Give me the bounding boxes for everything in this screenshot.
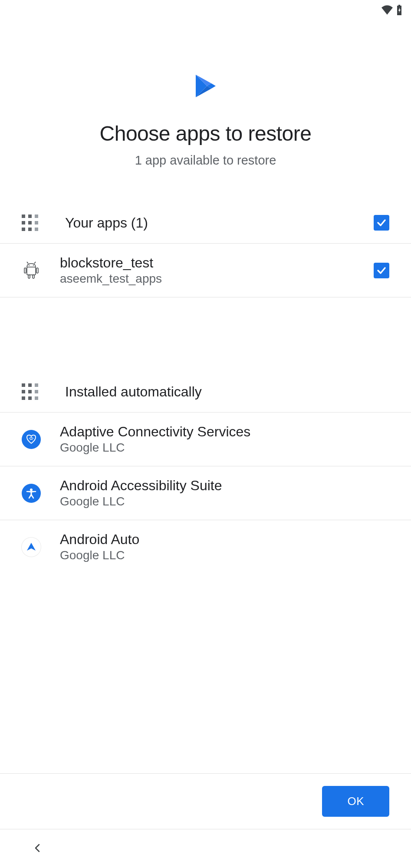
svg-rect-22: [28, 390, 32, 393]
battery-icon: [396, 5, 402, 17]
svg-line-10: [27, 262, 28, 264]
svg-rect-20: [35, 383, 38, 387]
wifi-icon: [381, 5, 393, 17]
app-publisher: aseemk_test_apps: [60, 272, 374, 286]
svg-rect-19: [28, 383, 32, 387]
svg-rect-16: [28, 275, 30, 278]
google-play-icon: [195, 74, 217, 100]
app-publisher: Google LLC: [60, 441, 389, 455]
app-info: blockstore_test aseemk_test_apps: [60, 255, 374, 286]
page-title: Choose apps to restore: [17, 122, 394, 145]
navigation-bar: [0, 829, 411, 868]
svg-rect-9: [27, 267, 36, 275]
header-section: Choose apps to restore 1 app available t…: [0, 22, 411, 185]
page-subtitle: 1 app available to restore: [17, 153, 394, 168]
svg-rect-26: [35, 396, 38, 400]
app-checkbox[interactable]: [374, 263, 389, 278]
svg-rect-0: [22, 215, 25, 218]
svg-rect-24: [22, 396, 25, 400]
svg-rect-7: [28, 228, 32, 231]
section-gap: [0, 297, 411, 350]
main-content: Choose apps to restore 1 app available t…: [0, 22, 411, 773]
app-row-blockstore[interactable]: blockstore_test aseemk_test_apps: [0, 244, 411, 297]
app-name: Adaptive Connectivity Services: [60, 424, 389, 440]
accessibility-icon: [22, 484, 41, 503]
ok-button[interactable]: OK: [322, 786, 389, 817]
app-name: Android Auto: [60, 531, 389, 548]
app-row-adaptive-connectivity: Adaptive Connectivity Services Google LL…: [0, 413, 411, 466]
back-icon[interactable]: [33, 843, 42, 855]
svg-point-27: [30, 488, 33, 491]
svg-line-11: [34, 262, 36, 264]
android-robot-icon: [22, 261, 41, 280]
app-name: Android Accessibility Suite: [60, 478, 389, 494]
android-auto-icon: [22, 538, 41, 557]
svg-rect-2: [35, 215, 38, 218]
installed-auto-header: Installed automatically: [0, 371, 411, 413]
app-publisher: Google LLC: [60, 495, 389, 508]
svg-rect-21: [22, 390, 25, 393]
svg-line-30: [29, 495, 31, 498]
svg-rect-3: [22, 221, 25, 224]
your-apps-checkbox[interactable]: [374, 215, 389, 231]
svg-rect-6: [22, 228, 25, 231]
svg-rect-14: [24, 268, 26, 273]
svg-point-12: [29, 265, 30, 266]
svg-rect-18: [22, 383, 25, 387]
svg-line-31: [31, 495, 33, 498]
app-row-accessibility-suite: Android Accessibility Suite Google LLC: [0, 466, 411, 520]
app-row-android-auto: Android Auto Google LLC: [0, 520, 411, 574]
svg-rect-1: [28, 215, 32, 218]
your-apps-header[interactable]: Your apps (1): [0, 202, 411, 244]
svg-rect-25: [28, 396, 32, 400]
footer-bar: OK: [0, 773, 411, 829]
svg-rect-23: [35, 390, 38, 393]
app-info: Adaptive Connectivity Services Google LL…: [60, 424, 389, 455]
apps-grid-icon: [22, 383, 38, 400]
svg-rect-15: [36, 268, 38, 273]
svg-rect-4: [28, 221, 32, 224]
app-info: Android Accessibility Suite Google LLC: [60, 478, 389, 508]
your-apps-title: Your apps (1): [65, 215, 374, 231]
app-publisher: Google LLC: [60, 548, 389, 562]
installed-auto-title: Installed automatically: [65, 384, 389, 400]
apps-grid-icon: [22, 215, 38, 231]
status-bar: [0, 0, 411, 22]
svg-point-13: [33, 265, 34, 266]
svg-rect-8: [35, 228, 38, 231]
app-info: Android Auto Google LLC: [60, 531, 389, 562]
app-name: blockstore_test: [60, 255, 374, 271]
svg-rect-5: [35, 221, 38, 224]
svg-rect-17: [33, 275, 34, 278]
heart-wifi-icon: [22, 430, 41, 449]
